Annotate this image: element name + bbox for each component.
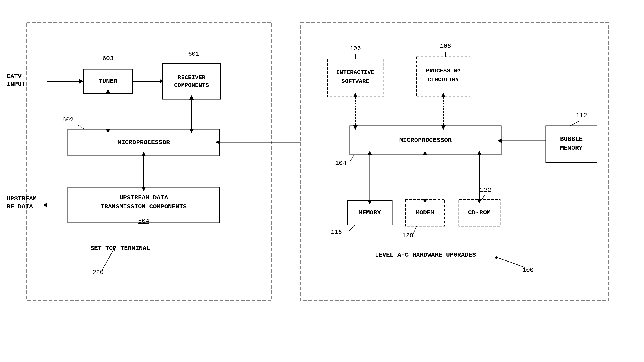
bubble-memory-ref: 112 — [576, 112, 587, 119]
bubble-memory-box — [546, 126, 597, 162]
svg-marker-48 — [494, 256, 498, 259]
upstream-ref: 604 — [138, 218, 149, 224]
svg-line-47 — [497, 257, 524, 267]
upstream-label2: TRANSMISSION COMPONENTS — [101, 203, 187, 210]
svg-marker-1 — [79, 79, 84, 84]
interactive-ref: 106 — [350, 45, 361, 52]
right-microprocessor-label: MICROPROCESSOR — [399, 137, 452, 144]
upstream-rf-label1: UPSTREAM — [7, 195, 36, 202]
svg-line-19 — [102, 250, 114, 270]
svg-marker-5 — [160, 79, 162, 84]
svg-line-35 — [348, 225, 355, 231]
receiver-box — [162, 64, 220, 99]
svg-line-6 — [78, 125, 85, 129]
svg-line-32 — [570, 121, 579, 126]
cd-rom-ref: 122 — [480, 186, 491, 193]
set-top-ref: 220 — [92, 269, 104, 276]
bubble-memory-label1: BUBBLE — [560, 136, 583, 142]
svg-marker-18 — [43, 203, 47, 207]
upstream-label1: UPSTREAM DATA — [120, 194, 168, 201]
left-microprocessor-label: MICROPROCESSOR — [118, 139, 170, 146]
interactive-software-label2: SOFTWARE — [342, 78, 369, 85]
diagram-container: CATV INPUT TUNER 603 RECEIVER COMPONENTS… — [0, 0, 644, 362]
level-ac-label: LEVEL A-C HARDWARE UPGRADES — [375, 252, 476, 258]
right-micro-ref: 104 — [335, 160, 346, 167]
memory-label: MEMORY — [359, 209, 381, 216]
processing-circuitry-label1: PROCESSING — [426, 68, 461, 74]
svg-line-37 — [482, 195, 484, 200]
left-micro-ref: 602 — [62, 116, 74, 123]
tuner-label: TUNER — [99, 78, 118, 85]
receiver-ref: 601 — [188, 50, 199, 58]
processing-circuitry-label2: CIRCUITRY — [428, 76, 459, 83]
tuner-ref: 603 — [102, 55, 114, 62]
catv-input-label2: INPUT — [7, 81, 26, 88]
set-top-terminal-label: SET TOP TERMINAL — [90, 245, 150, 252]
memory-ref: 116 — [331, 229, 342, 236]
left-section-border — [27, 22, 272, 301]
svg-line-36 — [413, 226, 416, 234]
cd-rom-label: CD-ROM — [468, 209, 491, 216]
svg-line-25 — [350, 155, 354, 162]
catv-input-label: CATV — [7, 73, 22, 80]
interactive-software-label1: INTERACTIVE — [336, 69, 374, 76]
upstream-rf-label2: RF DATA — [7, 203, 33, 210]
level-ac-ref: 100 — [522, 267, 534, 274]
modem-ref: 120 — [402, 232, 413, 239]
bubble-memory-label2: MEMORY — [560, 144, 583, 152]
receiver-label2: COMPONENTS — [174, 82, 209, 89]
receiver-label1: RECEIVER — [178, 74, 206, 81]
processing-ref: 108 — [440, 43, 451, 50]
modem-label: MODEM — [416, 209, 434, 216]
